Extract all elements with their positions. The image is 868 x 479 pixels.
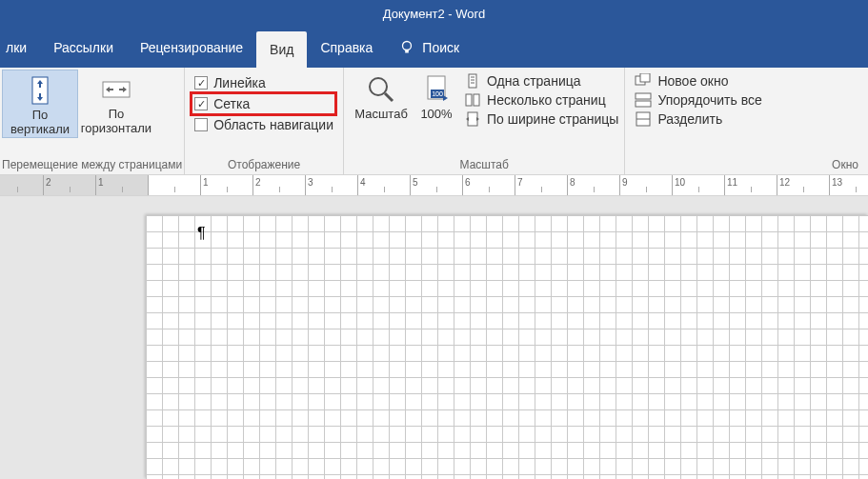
arrange-all-button[interactable]: Упорядочить все	[635, 92, 761, 108]
horizontal-ruler[interactable]: 32112345678910111213141516	[0, 175, 868, 196]
new-window-icon	[635, 73, 652, 89]
new-window-button[interactable]: Новое окно	[635, 73, 761, 89]
group-page-movement: По вертикали По горизонтали Перемещение …	[0, 68, 185, 174]
page-width-button[interactable]: По ширине страницы	[464, 111, 618, 127]
group-zoom: Масштаб 100 100% Одна страница Несколько…	[344, 68, 625, 174]
svg-point-0	[403, 42, 412, 50]
tell-me-search[interactable]: Поиск	[386, 28, 473, 68]
tab-review[interactable]: Рецензирование	[127, 28, 256, 68]
document-page[interactable]: ¶	[146, 215, 868, 479]
tab-partial[interactable]: лки	[0, 28, 40, 68]
zoom-label: Масштаб	[354, 108, 408, 122]
multiple-pages-icon	[464, 92, 481, 108]
svg-rect-9	[469, 74, 476, 88]
group-show: ✓ Линейка ✓ Сетка Область навигации Отоб…	[185, 68, 344, 174]
vertical-page-movement-button[interactable]: По вертикали	[2, 70, 78, 138]
one-page-icon	[464, 73, 481, 89]
svg-rect-13	[466, 94, 472, 106]
tab-view[interactable]: Вид	[256, 31, 307, 68]
vertical-label: По вертикали	[3, 109, 77, 137]
svg-rect-18	[636, 93, 651, 99]
ribbon: По вертикали По горизонтали Перемещение …	[0, 68, 868, 175]
horizontal-label: По горизонтали	[78, 108, 154, 136]
group-label-page-movement: Перемещение между страницами	[2, 156, 182, 174]
group-label-show: Отображение	[191, 156, 337, 174]
arrange-all-icon	[635, 92, 652, 108]
group-label-window: Окно	[631, 156, 862, 174]
ruler-checkbox[interactable]: ✓ Линейка	[194, 75, 333, 90]
svg-point-4	[370, 78, 387, 95]
lightbulb-icon	[399, 40, 414, 55]
tab-help[interactable]: Справка	[307, 28, 386, 68]
page-width-icon	[464, 111, 481, 127]
svg-rect-15	[468, 112, 477, 126]
tab-mailings[interactable]: Рассылки	[40, 28, 127, 68]
split-icon	[635, 111, 652, 127]
svg-rect-19	[636, 101, 651, 107]
svg-rect-17	[640, 73, 650, 82]
vertical-page-icon	[24, 74, 56, 107]
title-bar: Документ2 - Word	[0, 0, 868, 28]
zoom-button[interactable]: Масштаб	[350, 70, 413, 122]
magnifier-icon	[365, 73, 397, 106]
zoom-100-button[interactable]: 100 100%	[413, 70, 460, 122]
document-area: ¶	[0, 196, 868, 479]
svg-rect-1	[406, 50, 410, 53]
multiple-pages-button[interactable]: Несколько страниц	[464, 92, 618, 108]
svg-line-5	[385, 93, 393, 101]
gridlines-checkbox[interactable]: ✓ Сетка	[190, 91, 337, 116]
checkbox-icon	[194, 118, 208, 131]
checkbox-icon: ✓	[194, 97, 208, 110]
navigation-pane-checkbox[interactable]: Область навигации	[194, 117, 333, 132]
split-button[interactable]: Разделить	[635, 111, 761, 127]
svg-rect-14	[474, 94, 479, 106]
zoom-100-label: 100%	[420, 108, 452, 122]
document-title: Документ2 - Word	[383, 7, 485, 21]
paragraph-mark-icon: ¶	[197, 225, 206, 242]
svg-text:100: 100	[432, 90, 443, 97]
one-page-button[interactable]: Одна страница	[464, 73, 618, 89]
horizontal-page-icon	[100, 73, 132, 106]
checkbox-icon: ✓	[194, 76, 208, 90]
horizontal-page-movement-button[interactable]: По горизонтали	[78, 70, 154, 136]
page-100-icon: 100	[420, 73, 453, 106]
group-window: Новое окно Упорядочить все Разделить Окн…	[625, 68, 868, 174]
ribbon-tabs: лки Рассылки Рецензирование Вид Справка …	[0, 28, 868, 68]
group-label-zoom: Масштаб	[350, 156, 618, 174]
